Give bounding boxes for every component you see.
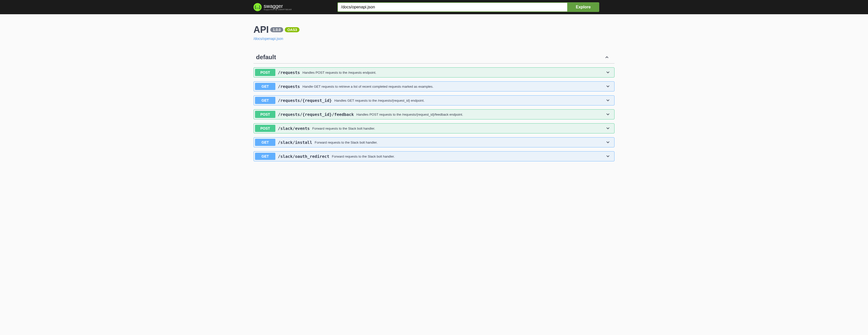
operation-summary: Forward requests to the Slack bolt handl… — [332, 155, 603, 158]
logo-text: swagger Supported by SMARTBEAR — [264, 4, 291, 11]
operation-summary: Forward requests to the Slack bolt handl… — [312, 127, 603, 130]
operation-get-5[interactable]: GET/slack/installForward requests to the… — [253, 137, 615, 147]
explore-button[interactable]: Explore — [567, 2, 599, 12]
method-badge: POST — [255, 111, 275, 118]
method-badge: POST — [255, 125, 275, 132]
api-title: API — [253, 24, 269, 35]
operation-get-1[interactable]: GET/requestsHandle GET requests to retri… — [253, 81, 615, 92]
chevron-down-icon[interactable] — [603, 126, 613, 131]
section-header[interactable]: default — [253, 51, 615, 64]
operation-path: /slack/install — [278, 140, 312, 145]
spec-url-input[interactable] — [337, 2, 567, 12]
operation-summary: Handles GET requests to the /requests/{r… — [334, 99, 603, 102]
topbar-inner: {...} swagger Supported by SMARTBEAR Exp… — [248, 2, 620, 12]
operation-summary: Forward requests to the Slack bolt handl… — [315, 141, 603, 144]
operation-post-3[interactable]: POST/requests/{request_id}/feedbackHandl… — [253, 109, 615, 119]
operation-post-0[interactable]: POST/requestsHandles POST requests to th… — [253, 67, 615, 78]
explore-form: Explore — [337, 2, 599, 12]
method-badge: GET — [255, 83, 275, 90]
operation-post-4[interactable]: POST/slack/eventsForward requests to the… — [253, 123, 615, 133]
logo[interactable]: {...} swagger Supported by SMARTBEAR — [253, 3, 291, 11]
oas-badge: OAS3 — [285, 27, 300, 32]
operation-path: /requests/{request_id} — [278, 98, 332, 103]
chevron-up-icon — [604, 55, 610, 60]
operation-summary: Handles POST requests to the /requests e… — [303, 71, 603, 74]
section-title: default — [256, 54, 276, 61]
method-badge: GET — [255, 97, 275, 104]
operation-path: /requests — [278, 70, 300, 75]
operation-get-6[interactable]: GET/slack/oauth_redirectForward requests… — [253, 151, 615, 161]
operation-path: /slack/events — [278, 126, 310, 131]
spec-link[interactable]: /docs/openapi.json — [253, 37, 283, 41]
operation-path: /requests — [278, 84, 300, 89]
topbar: {...} swagger Supported by SMARTBEAR Exp… — [0, 0, 868, 14]
chevron-down-icon[interactable] — [603, 70, 613, 75]
api-info: API 1.0.0 OAS3 /docs/openapi.json — [253, 24, 615, 41]
method-badge: POST — [255, 69, 275, 76]
logo-brand: swagger — [264, 4, 291, 9]
logo-subtitle: Supported by SMARTBEAR — [264, 9, 291, 11]
chevron-down-icon[interactable] — [603, 154, 613, 159]
operation-summary: Handles POST requests to the /requests/{… — [356, 113, 603, 116]
operation-path: /slack/oauth_redirect — [278, 154, 329, 159]
chevron-down-icon[interactable] — [603, 140, 613, 145]
operation-get-2[interactable]: GET/requests/{request_id}Handles GET req… — [253, 95, 615, 105]
operation-summary: Handle GET requests to retrieve a list o… — [303, 85, 603, 88]
method-badge: GET — [255, 139, 275, 146]
chevron-down-icon[interactable] — [603, 112, 613, 117]
swagger-logo-icon: {...} — [253, 3, 261, 11]
operations-list: POST/requestsHandles POST requests to th… — [253, 67, 615, 161]
main-wrapper: API 1.0.0 OAS3 /docs/openapi.json defaul… — [248, 14, 620, 175]
chevron-down-icon[interactable] — [603, 98, 613, 103]
method-badge: GET — [255, 153, 275, 160]
version-badge: 1.0.0 — [270, 27, 283, 32]
operation-path: /requests/{request_id}/feedback — [278, 112, 354, 117]
api-title-row: API 1.0.0 OAS3 — [253, 24, 615, 35]
chevron-down-icon[interactable] — [603, 84, 613, 89]
